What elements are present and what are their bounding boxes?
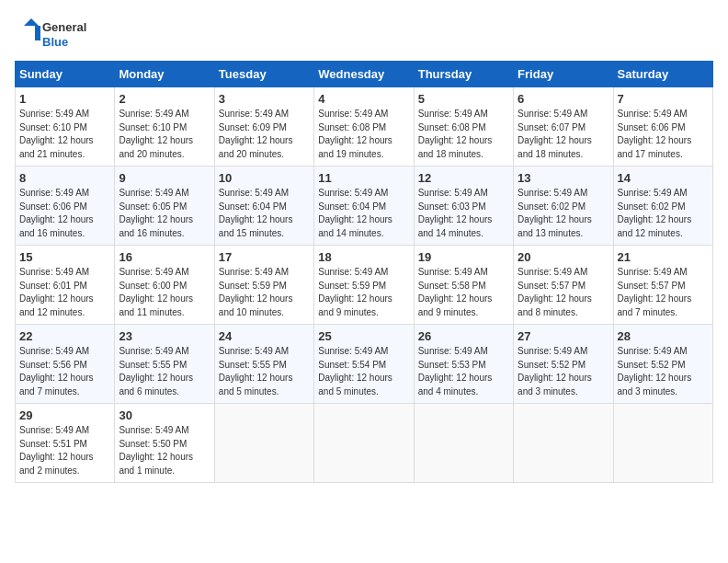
day-info: Sunrise: 5:49 AM Sunset: 5:53 PM Dayligh… [418, 345, 509, 398]
weekday-header-monday: Monday [115, 62, 214, 87]
day-info: Sunrise: 5:49 AM Sunset: 5:50 PM Dayligh… [119, 424, 210, 477]
weekday-header-sunday: Sunday [16, 62, 115, 87]
day-info: Sunrise: 5:49 AM Sunset: 6:08 PM Dayligh… [318, 108, 409, 161]
calendar-cell: 1Sunrise: 5:49 AM Sunset: 6:10 PM Daylig… [16, 87, 115, 167]
calendar-cell: 8Sunrise: 5:49 AM Sunset: 6:06 PM Daylig… [16, 167, 115, 246]
day-number: 10 [219, 171, 310, 185]
svg-text:General: General [42, 20, 86, 34]
weekday-header-thursday: Thursday [414, 62, 513, 87]
calendar-table: SundayMondayTuesdayWednesdayThursdayFrid… [15, 61, 713, 483]
calendar-week-5: 29Sunrise: 5:49 AM Sunset: 5:51 PM Dayli… [16, 404, 713, 483]
weekday-header-friday: Friday [514, 62, 613, 87]
calendar-cell: 20Sunrise: 5:49 AM Sunset: 5:57 PM Dayli… [514, 246, 613, 325]
day-number: 5 [418, 92, 509, 106]
day-info: Sunrise: 5:49 AM Sunset: 5:57 PM Dayligh… [518, 266, 609, 319]
day-info: Sunrise: 5:49 AM Sunset: 5:55 PM Dayligh… [119, 345, 210, 398]
calendar-cell [214, 404, 313, 483]
day-number: 1 [19, 92, 110, 106]
svg-rect-3 [35, 26, 40, 40]
day-number: 8 [19, 171, 110, 185]
day-info: Sunrise: 5:49 AM Sunset: 6:10 PM Dayligh… [119, 108, 210, 161]
day-info: Sunrise: 5:49 AM Sunset: 6:06 PM Dayligh… [19, 187, 110, 240]
calendar-cell [613, 404, 712, 483]
day-number: 11 [318, 171, 409, 185]
calendar-cell: 17Sunrise: 5:49 AM Sunset: 5:59 PM Dayli… [214, 246, 313, 325]
day-info: Sunrise: 5:49 AM Sunset: 6:08 PM Dayligh… [418, 108, 509, 161]
calendar-cell: 22Sunrise: 5:49 AM Sunset: 5:56 PM Dayli… [16, 325, 115, 404]
calendar-cell: 13Sunrise: 5:49 AM Sunset: 6:02 PM Dayli… [514, 167, 613, 246]
logo-svg: General Blue [15, 15, 97, 52]
day-number: 3 [219, 92, 310, 106]
calendar-cell: 29Sunrise: 5:49 AM Sunset: 5:51 PM Dayli… [16, 404, 115, 483]
weekday-header-wednesday: Wednesday [314, 62, 414, 87]
day-number: 30 [119, 408, 210, 422]
day-info: Sunrise: 5:49 AM Sunset: 6:03 PM Dayligh… [418, 187, 509, 240]
day-number: 27 [518, 329, 609, 343]
day-number: 4 [318, 92, 409, 106]
calendar-cell: 4Sunrise: 5:49 AM Sunset: 6:08 PM Daylig… [314, 87, 414, 167]
day-info: Sunrise: 5:49 AM Sunset: 5:52 PM Dayligh… [518, 345, 609, 398]
weekday-header-saturday: Saturday [613, 62, 712, 87]
calendar-cell: 5Sunrise: 5:49 AM Sunset: 6:08 PM Daylig… [414, 87, 513, 167]
day-info: Sunrise: 5:49 AM Sunset: 6:04 PM Dayligh… [219, 187, 310, 240]
calendar-week-2: 8Sunrise: 5:49 AM Sunset: 6:06 PM Daylig… [16, 167, 713, 246]
day-number: 19 [418, 250, 509, 264]
calendar-cell: 21Sunrise: 5:49 AM Sunset: 5:57 PM Dayli… [613, 246, 712, 325]
calendar-cell: 14Sunrise: 5:49 AM Sunset: 6:02 PM Dayli… [613, 167, 712, 246]
calendar-week-4: 22Sunrise: 5:49 AM Sunset: 5:56 PM Dayli… [16, 325, 713, 404]
day-info: Sunrise: 5:49 AM Sunset: 5:55 PM Dayligh… [219, 345, 310, 398]
calendar-cell: 26Sunrise: 5:49 AM Sunset: 5:53 PM Dayli… [414, 325, 513, 404]
day-number: 14 [618, 171, 709, 185]
calendar-cell [414, 404, 513, 483]
calendar-cell: 15Sunrise: 5:49 AM Sunset: 6:01 PM Dayli… [16, 246, 115, 325]
day-number: 21 [618, 250, 709, 264]
day-info: Sunrise: 5:49 AM Sunset: 6:04 PM Dayligh… [318, 187, 409, 240]
day-info: Sunrise: 5:49 AM Sunset: 5:58 PM Dayligh… [418, 266, 509, 319]
day-number: 2 [119, 92, 210, 106]
day-info: Sunrise: 5:49 AM Sunset: 5:56 PM Dayligh… [19, 345, 110, 398]
calendar-cell: 7Sunrise: 5:49 AM Sunset: 6:06 PM Daylig… [613, 87, 712, 167]
calendar-cell [514, 404, 613, 483]
svg-marker-2 [24, 18, 39, 26]
page-header: General Blue [15, 15, 713, 52]
day-number: 26 [418, 329, 509, 343]
day-info: Sunrise: 5:49 AM Sunset: 6:06 PM Dayligh… [618, 108, 709, 161]
day-info: Sunrise: 5:49 AM Sunset: 6:07 PM Dayligh… [518, 108, 609, 161]
day-info: Sunrise: 5:49 AM Sunset: 5:59 PM Dayligh… [219, 266, 310, 319]
day-number: 7 [618, 92, 709, 106]
day-number: 23 [119, 329, 210, 343]
calendar-cell: 23Sunrise: 5:49 AM Sunset: 5:55 PM Dayli… [115, 325, 214, 404]
day-info: Sunrise: 5:49 AM Sunset: 5:54 PM Dayligh… [318, 345, 409, 398]
svg-text:Blue: Blue [42, 35, 68, 49]
calendar-cell: 3Sunrise: 5:49 AM Sunset: 6:09 PM Daylig… [214, 87, 313, 167]
calendar-cell: 16Sunrise: 5:49 AM Sunset: 6:00 PM Dayli… [115, 246, 214, 325]
weekday-header-tuesday: Tuesday [214, 62, 313, 87]
calendar-week-3: 15Sunrise: 5:49 AM Sunset: 6:01 PM Dayli… [16, 246, 713, 325]
day-number: 17 [219, 250, 310, 264]
calendar-cell: 24Sunrise: 5:49 AM Sunset: 5:55 PM Dayli… [214, 325, 313, 404]
day-number: 13 [518, 171, 609, 185]
day-info: Sunrise: 5:49 AM Sunset: 6:01 PM Dayligh… [19, 266, 110, 319]
day-number: 24 [219, 329, 310, 343]
calendar-cell: 25Sunrise: 5:49 AM Sunset: 5:54 PM Dayli… [314, 325, 414, 404]
day-info: Sunrise: 5:49 AM Sunset: 6:02 PM Dayligh… [618, 187, 709, 240]
calendar-cell: 2Sunrise: 5:49 AM Sunset: 6:10 PM Daylig… [115, 87, 214, 167]
calendar-cell: 6Sunrise: 5:49 AM Sunset: 6:07 PM Daylig… [514, 87, 613, 167]
calendar-cell: 12Sunrise: 5:49 AM Sunset: 6:03 PM Dayli… [414, 167, 513, 246]
day-number: 28 [618, 329, 709, 343]
day-number: 20 [518, 250, 609, 264]
day-number: 9 [119, 171, 210, 185]
day-number: 12 [418, 171, 509, 185]
calendar-week-1: 1Sunrise: 5:49 AM Sunset: 6:10 PM Daylig… [16, 87, 713, 167]
day-number: 29 [19, 408, 110, 422]
day-info: Sunrise: 5:49 AM Sunset: 5:59 PM Dayligh… [318, 266, 409, 319]
calendar-cell: 30Sunrise: 5:49 AM Sunset: 5:50 PM Dayli… [115, 404, 214, 483]
calendar-cell: 11Sunrise: 5:49 AM Sunset: 6:04 PM Dayli… [314, 167, 414, 246]
day-number: 16 [119, 250, 210, 264]
day-info: Sunrise: 5:49 AM Sunset: 6:00 PM Dayligh… [119, 266, 210, 319]
calendar-cell [314, 404, 414, 483]
day-number: 25 [318, 329, 409, 343]
day-info: Sunrise: 5:49 AM Sunset: 6:09 PM Dayligh… [219, 108, 310, 161]
day-number: 6 [518, 92, 609, 106]
calendar-cell: 27Sunrise: 5:49 AM Sunset: 5:52 PM Dayli… [514, 325, 613, 404]
